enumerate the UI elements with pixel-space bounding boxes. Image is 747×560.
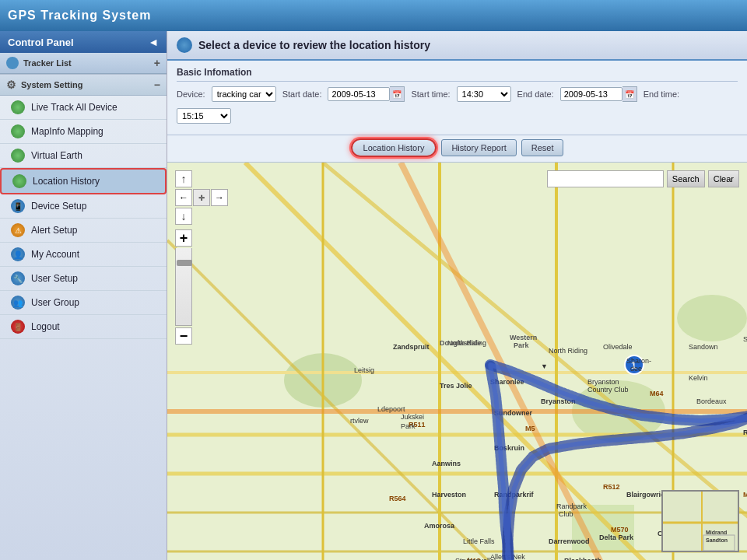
sidebar-item-user-group[interactable]: 👥 User Group <box>0 291 167 315</box>
map-search-input[interactable] <box>547 170 664 187</box>
live-track-icon <box>11 100 25 114</box>
location-history-icon <box>12 174 26 188</box>
map-pan-left-btn[interactable]: ← <box>175 189 192 206</box>
device-setup-icon: 📱 <box>11 199 25 213</box>
svg-text:Sundowner: Sundowner <box>494 409 532 417</box>
svg-text:Aanwins: Aanwins <box>432 460 461 467</box>
svg-text:R512: R512 <box>603 483 620 491</box>
map-pan-down-btn[interactable]: ↓ <box>175 208 192 225</box>
history-report-btn[interactable]: History Report <box>441 139 516 156</box>
mini-map: Midrand Sandton <box>661 490 739 552</box>
tracker-section-label: Tracker List <box>23 58 72 68</box>
end-date-wrap: 📅 <box>560 86 637 102</box>
svg-text:Club: Club <box>559 510 573 518</box>
sidebar-item-location-history[interactable]: Location History <box>0 168 167 194</box>
map-area[interactable]: 1 3 R511 M5 M64 R512 M30 M11 M20 M13 M57… <box>167 163 747 560</box>
map-search-box: Search Clear <box>547 170 739 187</box>
svg-text:M30: M30 <box>743 491 747 499</box>
svg-text:Western: Western <box>510 334 537 341</box>
svg-text:Sandton: Sandton <box>743 335 747 343</box>
mapinfo-icon <box>11 124 25 138</box>
sidebar-item-alert-setup[interactable]: ⚠ Alert Setup <box>0 219 167 243</box>
svg-text:▼: ▼ <box>541 362 548 370</box>
end-date-input[interactable] <box>560 87 622 101</box>
svg-text:Blackheath: Blackheath <box>564 557 601 560</box>
device-row: Device: tracking car Start date: 📅 Start… <box>177 86 738 124</box>
start-date-wrap: 📅 <box>328 86 405 102</box>
start-date-cal-btn[interactable]: 📅 <box>390 86 405 102</box>
map-search-btn[interactable]: Search <box>667 170 705 187</box>
map-pan-center[interactable]: ✛ <box>193 189 210 206</box>
page-title: Select a device to review the location h… <box>198 39 430 51</box>
gear-icon: ⚙ <box>6 79 16 91</box>
start-date-input[interactable] <box>328 87 390 101</box>
map-controls: ↑ ← ✛ → ↓ + − <box>175 170 228 345</box>
map-zoom-out-btn[interactable]: − <box>175 327 192 345</box>
sidebar-item-my-account[interactable]: 👤 My Account <box>0 243 167 267</box>
sidebar-item-virtual-earth[interactable]: Virtual Earth <box>0 144 167 168</box>
sidebar-item-logout[interactable]: 🚪 Logout <box>0 315 167 339</box>
location-history-btn[interactable]: Location History <box>351 138 437 157</box>
alert-setup-icon: ⚠ <box>11 223 25 237</box>
map-pan-right-btn[interactable]: → <box>211 189 228 206</box>
tracker-section-header[interactable]: Tracker List + <box>0 53 167 74</box>
start-time-select[interactable]: 14:30 <box>457 86 511 102</box>
svg-text:Jukskei: Jukskei <box>401 413 424 421</box>
svg-rect-0 <box>167 163 747 560</box>
user-group-label: User Group <box>31 297 79 308</box>
location-history-label: Location History <box>33 176 100 187</box>
app-logo: GPS Tracking System <box>8 9 151 23</box>
svg-text:Allen's Nek: Allen's Nek <box>490 553 525 560</box>
svg-text:Park: Park <box>401 422 416 430</box>
svg-text:dee: dee <box>630 365 642 373</box>
svg-text:Randpark: Randpark <box>556 502 587 510</box>
end-date-label: End date: <box>517 89 554 99</box>
user-group-icon: 👥 <box>11 296 25 310</box>
reset-btn[interactable]: Reset <box>521 139 564 156</box>
svg-text:Leitsig: Leitsig <box>354 366 374 374</box>
sidebar-item-device-setup[interactable]: 📱 Device Setup <box>0 194 167 219</box>
sidebar-item-user-setup[interactable]: 🔧 User Setup <box>0 267 167 291</box>
system-setting-row[interactable]: ⚙ System Setting − <box>0 75 167 96</box>
svg-text:Amorosa: Amorosa <box>424 522 455 530</box>
svg-text:Blairgowrie: Blairgowrie <box>626 491 665 499</box>
svg-text:Darrenwood: Darrenwood <box>549 537 590 545</box>
svg-text:Bryanston: Bryanston <box>587 378 619 386</box>
map-clear-btn[interactable]: Clear <box>708 170 739 187</box>
sidebar-item-mapinfo[interactable]: MapInfo Mapping <box>0 120 167 144</box>
map-zoom-in-btn[interactable]: + <box>175 229 192 247</box>
title-globe-icon <box>177 37 192 53</box>
app-wrapper: GPS Tracking System Control Panel ◄ Trac… <box>0 0 747 560</box>
svg-text:Boskruin: Boskruin <box>494 444 524 452</box>
map-pan-up-btn[interactable]: ↑ <box>175 170 192 187</box>
svg-text:Kelvin: Kelvin <box>689 374 708 382</box>
virtual-earth-label: Virtual Earth <box>31 150 82 161</box>
action-row: Location History History Report Reset <box>167 135 747 163</box>
zoom-slider[interactable] <box>175 248 192 326</box>
svg-text:Little Falls: Little Falls <box>463 537 495 545</box>
end-date-cal-btn[interactable]: 📅 <box>622 86 637 102</box>
map-roads: 1 3 R511 M5 M64 R512 M30 M11 M20 M13 M57… <box>167 163 747 560</box>
virtual-earth-icon <box>11 149 25 163</box>
svg-text:Sharonlee: Sharonlee <box>490 378 524 386</box>
svg-point-3 <box>677 295 747 341</box>
svg-text:Zandspruit: Zandspruit <box>393 343 430 351</box>
tracker-add-btn[interactable]: + <box>154 57 160 69</box>
svg-text:North Riding: North Riding <box>549 347 587 355</box>
content-area: Select a device to review the location h… <box>167 31 747 560</box>
svg-text:Delta Park: Delta Park <box>599 534 634 541</box>
user-setup-label: User Setup <box>31 273 78 284</box>
end-time-select[interactable]: 15:15 <box>177 108 231 124</box>
end-time-label: End time: <box>644 89 679 99</box>
my-account-icon: 👤 <box>11 247 25 261</box>
sidebar-header: Control Panel ◄ <box>0 31 167 53</box>
svg-text:Bryanston: Bryanston <box>541 397 576 405</box>
sidebar-item-live-track[interactable]: Live Track All Device <box>0 96 167 120</box>
system-setting-toggle[interactable]: − <box>154 79 160 91</box>
user-setup-icon: 🔧 <box>11 271 25 285</box>
sidebar: Control Panel ◄ Tracker List + ⚙ System … <box>0 31 167 560</box>
device-select[interactable]: tracking car <box>212 86 276 102</box>
zoom-handle <box>177 260 192 266</box>
sidebar-collapse-btn[interactable]: ◄ <box>148 36 159 48</box>
svg-text:Douglasdale: Douglasdale <box>440 339 482 347</box>
